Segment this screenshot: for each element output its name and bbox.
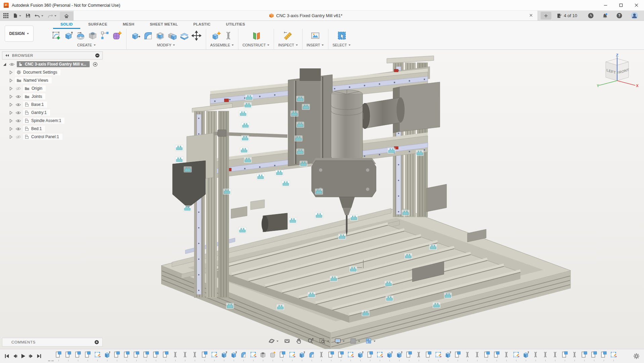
- joint-marker[interactable]: [402, 210, 410, 216]
- save-button[interactable]: [24, 12, 32, 19]
- visibility-toggle-off[interactable]: [15, 87, 21, 90]
- joint-marker[interactable]: [302, 104, 310, 110]
- zoom-button[interactable]: [306, 336, 316, 346]
- joint-marker[interactable]: [241, 122, 249, 128]
- sketch-feature-icon[interactable]: [347, 351, 354, 359]
- joint-marker[interactable]: [241, 135, 249, 141]
- press-pull-button[interactable]: [131, 30, 141, 41]
- component-feature-icon[interactable]: [600, 351, 607, 359]
- component-feature-icon[interactable]: [425, 351, 432, 359]
- component-feature-icon[interactable]: [484, 351, 490, 359]
- component-feature-icon[interactable]: [152, 351, 159, 359]
- ribbon-group-label-assemble[interactable]: ASSEMBLE: [210, 42, 234, 47]
- joint-feature-icon[interactable]: [571, 351, 578, 359]
- joint-marker[interactable]: [350, 215, 358, 221]
- joint-marker[interactable]: [238, 227, 246, 233]
- sketch-feature-icon[interactable]: [211, 351, 218, 359]
- expand-arrow[interactable]: [8, 119, 13, 123]
- joint-marker[interactable]: [289, 217, 297, 224]
- job-status-button[interactable]: [586, 11, 596, 20]
- shell-button[interactable]: [155, 30, 166, 41]
- version-badge[interactable]: 4 of 10: [553, 11, 581, 21]
- component-feature-icon[interactable]: [454, 351, 461, 359]
- home-button[interactable]: [60, 12, 73, 21]
- browser-item-cnc-3-axis-fixed-gantry-mill-v[interactable]: CNC 3-axis Fixed Gantry Mill v...: [2, 60, 103, 68]
- browser-header[interactable]: BROWSER: [2, 51, 103, 59]
- activate-component-radio[interactable]: [93, 62, 98, 67]
- profile-button[interactable]: [629, 11, 640, 21]
- new-file-button[interactable]: [11, 12, 23, 19]
- joint-marker[interactable]: [275, 170, 283, 176]
- select-button[interactable]: [336, 30, 347, 41]
- visibility-toggle-on[interactable]: [15, 111, 21, 115]
- ribbon-group-label-inspect[interactable]: INSPECT: [278, 42, 298, 47]
- browser-item-base-1[interactable]: Base:1: [2, 100, 103, 109]
- joint-feature-icon[interactable]: [474, 351, 480, 359]
- joint-marker[interactable]: [282, 180, 290, 187]
- visibility-toggle-on[interactable]: [15, 127, 21, 131]
- browser-item-control-panel-1[interactable]: Control Panel:1: [2, 133, 103, 141]
- step-back-button[interactable]: [11, 353, 18, 360]
- joint-marker[interactable]: [296, 149, 304, 155]
- hole-feature-icon[interactable]: [260, 351, 266, 359]
- move-button[interactable]: [191, 30, 202, 41]
- joint-marker[interactable]: [432, 302, 441, 308]
- component-feature-icon[interactable]: [75, 351, 81, 359]
- ribbon-group-label-modify[interactable]: MODIFY: [157, 42, 176, 47]
- display-settings-button[interactable]: [333, 336, 347, 346]
- extrude-feature-icon[interactable]: [230, 351, 237, 359]
- component-feature-icon[interactable]: [561, 351, 568, 359]
- hole-button[interactable]: [87, 30, 98, 41]
- component-feature-icon[interactable]: [143, 351, 149, 359]
- joint-marker[interactable]: [276, 304, 284, 310]
- sketch-feature-icon[interactable]: [376, 351, 383, 359]
- joint-marker[interactable]: [429, 244, 437, 250]
- comments-panel[interactable]: COMMENTS: [2, 338, 103, 347]
- joint-marker[interactable]: [223, 189, 231, 195]
- offset-face-button[interactable]: [179, 30, 190, 41]
- browser-item-gantry-1[interactable]: Gantry:1: [2, 109, 103, 117]
- component-feature-icon[interactable]: [581, 351, 588, 359]
- close-tab-button[interactable]: [528, 12, 534, 19]
- visibility-toggle-on[interactable]: [9, 63, 15, 66]
- browser-item-joints[interactable]: Joints: [2, 92, 103, 100]
- joint-marker[interactable]: [226, 303, 234, 309]
- component-feature-icon[interactable]: [406, 351, 412, 359]
- document-tab[interactable]: CNC 3-axis Fixed Gantry Mill v61*: [73, 11, 538, 21]
- ribbon-group-label-create[interactable]: CREATE: [77, 42, 96, 47]
- sketch-feature-icon[interactable]: [610, 351, 617, 359]
- look-at-button[interactable]: [282, 336, 292, 346]
- app-grid-button[interactable]: [1, 12, 10, 19]
- extrude-feature-icon[interactable]: [445, 351, 451, 359]
- add-comment-button[interactable]: [94, 340, 99, 345]
- browser-item-bed-1[interactable]: Bed:1: [2, 125, 103, 133]
- ribbon-group-label-construct[interactable]: CONSTRUCT: [242, 42, 270, 47]
- collapse-arrow[interactable]: [2, 62, 7, 67]
- joint-marker[interactable]: [349, 266, 357, 272]
- component-feature-icon[interactable]: [337, 351, 344, 359]
- joint-marker[interactable]: [296, 96, 304, 102]
- joint-marker[interactable]: [387, 148, 396, 154]
- pan-button[interactable]: [294, 336, 304, 346]
- extrude-feature-icon[interactable]: [386, 351, 393, 359]
- ribbon-group-label-select[interactable]: SELECT: [332, 42, 351, 47]
- collapse-panel-icon[interactable]: [5, 54, 9, 57]
- play-button[interactable]: [19, 353, 27, 360]
- joint-marker[interactable]: [404, 253, 412, 259]
- joint-feature-icon[interactable]: [542, 351, 549, 359]
- expand-arrow[interactable]: [8, 111, 13, 115]
- ribbon-tab-sheet-metal[interactable]: SHEET METAL: [142, 21, 185, 29]
- joint-feature-icon[interactable]: [552, 351, 558, 359]
- measure-button[interactable]: [283, 30, 293, 41]
- visibility-toggle-on[interactable]: [15, 103, 21, 107]
- joint-marker[interactable]: [416, 150, 424, 156]
- joint-marker[interactable]: [290, 111, 298, 117]
- sketch-feature-icon[interactable]: [94, 351, 101, 359]
- joint-marker[interactable]: [257, 174, 265, 180]
- expand-arrow[interactable]: [8, 70, 13, 75]
- joint-marker[interactable]: [184, 166, 192, 172]
- fillet-button[interactable]: [143, 30, 153, 41]
- component-feature-icon[interactable]: [328, 351, 334, 359]
- pattern-button[interactable]: [99, 30, 110, 41]
- joint-marker[interactable]: [308, 292, 316, 298]
